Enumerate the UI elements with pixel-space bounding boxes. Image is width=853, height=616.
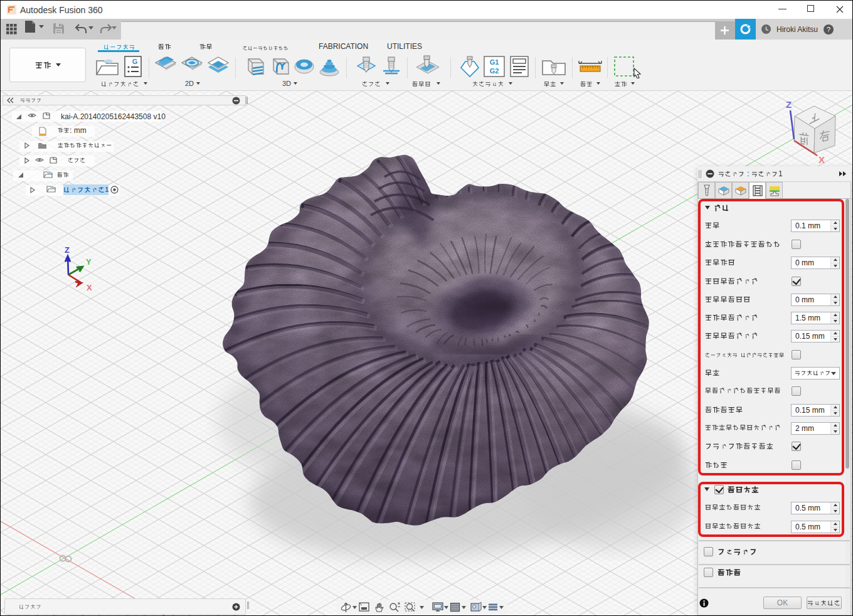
svg-text:G: G <box>132 58 138 65</box>
svg-text:G1: G1 <box>490 58 499 66</box>
svg-text:?: ? <box>827 26 830 33</box>
svg-text:G2: G2 <box>490 67 499 75</box>
svg-text:X: X <box>819 154 825 165</box>
svg-text:X: X <box>87 283 92 292</box>
svg-text:Y: Y <box>86 257 92 267</box>
svg-text:Z: Z <box>65 245 70 255</box>
svg-text:Z: Z <box>786 99 792 110</box>
